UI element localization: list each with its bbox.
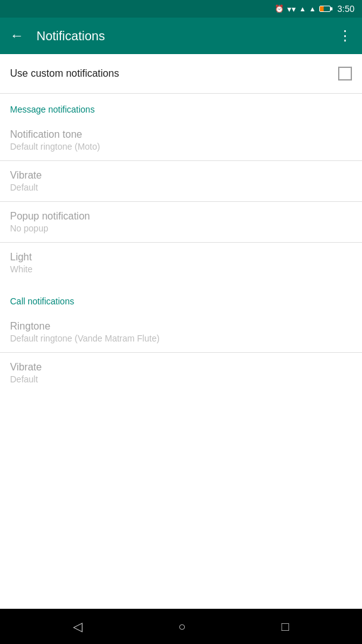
custom-notifications-label: Use custom notifications [10, 68, 119, 79]
back-button[interactable]: ← [10, 28, 24, 44]
call-vibrate-item[interactable]: Vibrate Default [0, 353, 362, 393]
notification-tone-value: Default ringtone (Moto) [10, 142, 352, 152]
custom-notifications-checkbox[interactable] [338, 67, 352, 80]
nav-home-button[interactable]: ○ [178, 619, 185, 634]
notification-tone-item[interactable]: Notification tone Default ringtone (Moto… [0, 120, 362, 161]
signal-icon-1: ▲ [299, 5, 306, 13]
navigation-bar: ◁ ○ □ [0, 609, 362, 644]
content: Use custom notifications Message notific… [0, 54, 362, 609]
message-vibrate-item[interactable]: Vibrate Default [0, 161, 362, 202]
light-title: Light [10, 252, 352, 263]
popup-notification-title: Popup notification [10, 211, 352, 222]
message-vibrate-title: Vibrate [10, 170, 352, 181]
message-notifications-section-header: Message notifications [0, 94, 362, 120]
message-vibrate-value: Default [10, 182, 352, 192]
notification-tone-title: Notification tone [10, 129, 352, 140]
status-bar: ⏰ ▾▾ ▲ ▲ 3:50 [0, 0, 362, 18]
page-title: Notifications [36, 29, 326, 43]
app-bar: ← Notifications ⋮ [0, 18, 362, 54]
ringtone-value: Default ringtone (Vande Matram Flute) [10, 333, 352, 343]
wifi-icon: ▾▾ [287, 4, 296, 14]
nav-recent-button[interactable]: □ [282, 619, 289, 634]
battery-icon [319, 6, 331, 12]
call-vibrate-value: Default [10, 374, 352, 384]
status-time: 3:50 [337, 4, 354, 14]
message-notifications-header-text: Message notifications [10, 104, 95, 114]
custom-notifications-row[interactable]: Use custom notifications [0, 54, 362, 93]
call-vibrate-title: Vibrate [10, 362, 352, 373]
signal-icon-2: ▲ [309, 5, 316, 13]
light-value: White [10, 264, 352, 274]
nav-back-button[interactable]: ◁ [73, 619, 82, 634]
status-icons: ⏰ ▾▾ ▲ ▲ 3:50 [275, 4, 354, 14]
light-item[interactable]: Light White [0, 243, 362, 283]
call-notifications-header-text: Call notifications [10, 296, 74, 306]
more-options-button[interactable]: ⋮ [338, 28, 352, 44]
popup-notification-value: No popup [10, 223, 352, 233]
call-notifications-section-header: Call notifications [0, 283, 362, 312]
ringtone-title: Ringtone [10, 321, 352, 332]
ringtone-item[interactable]: Ringtone Default ringtone (Vande Matram … [0, 312, 362, 353]
alarm-icon: ⏰ [275, 4, 284, 13]
popup-notification-item[interactable]: Popup notification No popup [0, 202, 362, 243]
